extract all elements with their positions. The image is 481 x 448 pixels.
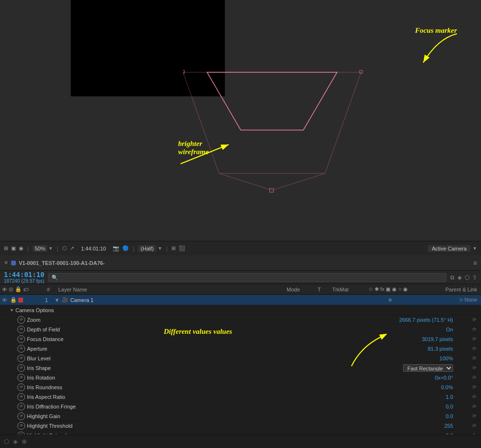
iris-stopwatch-icon[interactable]: ⟳ <box>17 364 25 372</box>
iris-rotation-property-row[interactable]: ⟳ Iris Rotation 0x+0.0° ⟳ <box>0 373 481 382</box>
bottom-comp-icon[interactable]: ◈ <box>13 438 18 445</box>
aperture-property-row[interactable]: ⟳ Aperture 81.3 pixels ⟳ <box>0 344 481 354</box>
viewer-icon-1[interactable]: ⊞ <box>4 245 8 251</box>
camera-dropdown-icon[interactable]: ▼ <box>472 246 477 251</box>
svg-rect-6 <box>360 70 363 73</box>
eye-icon[interactable]: 👁 <box>2 297 7 303</box>
lock-icon[interactable]: 🔒 <box>10 297 17 303</box>
blur-stopwatch-icon[interactable]: ⟳ <box>17 355 25 362</box>
iris-rot-stopwatch-icon[interactable]: ⟳ <box>17 374 25 382</box>
iris-shape-dropdown[interactable]: Fast Rectangle Square Triangle Pentagon … <box>403 364 453 372</box>
hl-thresh-prop-value[interactable]: 255 <box>444 423 472 429</box>
expand-toggle[interactable]: ▼ <box>54 297 60 303</box>
iris-diffraction-property-row[interactable]: ⟳ Iris Diffraction Fringe 0.0 ⟳ <box>0 402 481 411</box>
hl-thresh-stopwatch-icon[interactable]: ⟳ <box>17 422 25 430</box>
iris-aspect-prop-value[interactable]: 1.0 <box>446 394 472 400</box>
layer-search-input[interactable] <box>48 273 446 282</box>
camera-selector[interactable]: Active Camera ▼ <box>428 245 477 252</box>
hl-thresh-reset-icon[interactable]: ⟳ <box>472 423 479 428</box>
zoom-prop-value[interactable]: 2666.7 pixels (71.5° H) <box>399 317 472 323</box>
focus-marker-annotation: Focus marker <box>415 26 457 35</box>
blur-level-property-row[interactable]: ⟳ Blur Level 100% ⟳ <box>0 354 481 363</box>
dof-prop-name: Depth of Field <box>27 327 446 332</box>
col-layer-name-header: Layer Name <box>56 287 272 292</box>
viewer-icon-2[interactable]: ▣ <box>11 245 16 251</box>
brighter-annotation: brighter wireframe <box>178 140 208 156</box>
viewer-layout-icon[interactable]: ⬛ <box>179 245 185 251</box>
zoom-value[interactable]: 50% <box>33 245 47 252</box>
color-icon[interactable]: 🔵 <box>122 245 129 251</box>
iris-round-prop-value[interactable]: 0.0% <box>441 384 472 390</box>
render-icon[interactable]: ⬡ <box>465 274 469 281</box>
layer-color-swatch[interactable] <box>18 298 23 303</box>
camera-layer-row[interactable]: 👁 🔒 1 ▼ 🎥 Camera 1 ⊕ ⊃ None <box>0 295 481 305</box>
layer-name-text[interactable]: Camera 1 <box>70 297 93 303</box>
blur-prop-value[interactable]: 100% <box>440 356 472 361</box>
iris-rot-prop-value[interactable]: 0x+0.0° <box>435 375 472 381</box>
hl-gain-stopwatch-icon[interactable]: ⟳ <box>17 412 25 420</box>
iris-diff-prop-value[interactable]: 0.0 <box>446 404 472 409</box>
iris-aspect-reset-icon[interactable]: ⟳ <box>472 394 479 399</box>
zoom-reset-icon[interactable]: ⟳ <box>472 317 479 322</box>
camera-snap-icon[interactable]: 📷 <box>113 245 119 251</box>
layer-anchor-icon[interactable]: ⊕ <box>388 297 392 303</box>
close-button[interactable]: ✕ <box>4 260 8 266</box>
section-expand-icon[interactable]: ▼ <box>10 308 15 313</box>
layer-visibility-icons: 👁 🔒 <box>2 297 40 303</box>
viewer-icon-4[interactable]: ⬡ <box>62 245 67 251</box>
focus-dist-stopwatch-icon[interactable]: ⟳ <box>17 335 25 343</box>
iris-roundness-property-row[interactable]: ⟳ Iris Roundness 0.0% ⟳ <box>0 382 481 392</box>
comp-icon[interactable]: ⧉ <box>450 274 455 281</box>
timeline-panel: ✕ V1-0001_TEST-0001-100-A1-DA76- ≡ 1:44:… <box>0 255 481 448</box>
aperture-stopwatch-icon[interactable]: ⟳ <box>17 345 25 353</box>
blur-reset-icon[interactable]: ⟳ <box>472 356 479 361</box>
iris-diff-reset-icon[interactable]: ⟳ <box>472 404 479 409</box>
quality-control[interactable]: (Half) ▼ <box>138 245 162 252</box>
zoom-stopwatch-icon[interactable]: ⟳ <box>17 316 25 324</box>
main-timecode[interactable]: 1:44:01:10 <box>4 271 44 278</box>
hl-gain-prop-name: Highlight Gain <box>27 413 446 419</box>
viewer-grid-icon[interactable]: ⊞ <box>171 245 176 251</box>
highlight-gain-property-row[interactable]: ⟳ Highlight Gain 0.0 ⟳ <box>0 411 481 421</box>
viewer-icon-5[interactable]: ↗ <box>70 245 74 251</box>
iris-round-stopwatch-icon[interactable]: ⟳ <box>17 383 25 391</box>
iris-aspect-stopwatch-icon[interactable]: ⟳ <box>17 393 25 401</box>
highlight-threshold-property-row[interactable]: ⟳ Highlight Threshold 255 ⟳ <box>0 421 481 431</box>
comp-color-indicator <box>11 261 16 265</box>
focus-dist-prop-value[interactable]: 3019.7 pixels <box>422 336 472 342</box>
focus-dist-reset-icon[interactable]: ⟳ <box>472 336 479 342</box>
layer-icon[interactable]: ◈ <box>457 274 462 281</box>
zoom-property-row[interactable]: ⟳ Zoom 2666.7 pixels (71.5° H) ⟳ <box>0 315 481 325</box>
viewer-icon-3[interactable]: ◉ <box>19 245 24 251</box>
camera-options-section[interactable]: ▼ Camera Options <box>0 305 481 315</box>
parent-link-icon[interactable]: ⊃ <box>459 297 463 303</box>
aperture-reset-icon[interactable]: ⟳ <box>472 346 479 351</box>
zoom-dropdown-icon[interactable]: ▼ <box>48 246 53 251</box>
quality-dropdown-icon[interactable]: ▼ <box>157 246 162 251</box>
bottom-render-icon[interactable]: ⬡ <box>4 438 9 445</box>
parent-value[interactable]: None <box>465 297 477 303</box>
viewer-panel: Focus marker brighter wireframe ⊞ ▣ ◉ | … <box>0 0 481 255</box>
export-icon[interactable]: ⇧ <box>472 274 477 281</box>
dof-property-row[interactable]: ⟳ Depth of Field On ⟳ <box>0 325 481 334</box>
quality-value[interactable]: (Half) <box>138 245 156 252</box>
timeline-menu-icon[interactable]: ≡ <box>473 259 477 267</box>
dof-stopwatch-icon[interactable]: ⟳ <box>17 326 25 333</box>
dof-prop-value[interactable]: On <box>446 327 472 332</box>
focus-distance-property-row[interactable]: ⟳ Focus Distance 3019.7 pixels ⟳ <box>0 334 481 344</box>
iris-shape-reset-icon[interactable]: ⟳ <box>472 365 479 370</box>
dof-reset-icon[interactable]: ⟳ <box>472 327 479 332</box>
iris-shape-property-row[interactable]: ⟳ Iris Shape Fast Rectangle Square Trian… <box>0 363 481 373</box>
iris-rot-reset-icon[interactable]: ⟳ <box>472 375 479 380</box>
aperture-prop-value[interactable]: 81.3 pixels <box>428 346 472 352</box>
iris-round-reset-icon[interactable]: ⟳ <box>472 384 479 390</box>
hl-gain-prop-value[interactable]: 0.0 <box>446 413 472 419</box>
iris-diff-stopwatch-icon[interactable]: ⟳ <box>17 403 25 410</box>
iris-aspect-property-row[interactable]: ⟳ Iris Aspect Ratio 1.0 ⟳ <box>0 392 481 402</box>
bottom-mask-icon[interactable]: ⊕ <box>22 438 27 445</box>
timecode-area: 1:44:01:10 187240 (29.97 fps) <box>4 271 44 284</box>
iris-diff-prop-name: Iris Diffraction Fringe <box>27 404 446 409</box>
zoom-control[interactable]: 50% ▼ <box>33 245 53 252</box>
properties-scroll-area[interactable]: ▼ Camera Options ⟳ Zoom 2666.7 pixels (7… <box>0 305 481 448</box>
hl-gain-reset-icon[interactable]: ⟳ <box>472 413 479 419</box>
